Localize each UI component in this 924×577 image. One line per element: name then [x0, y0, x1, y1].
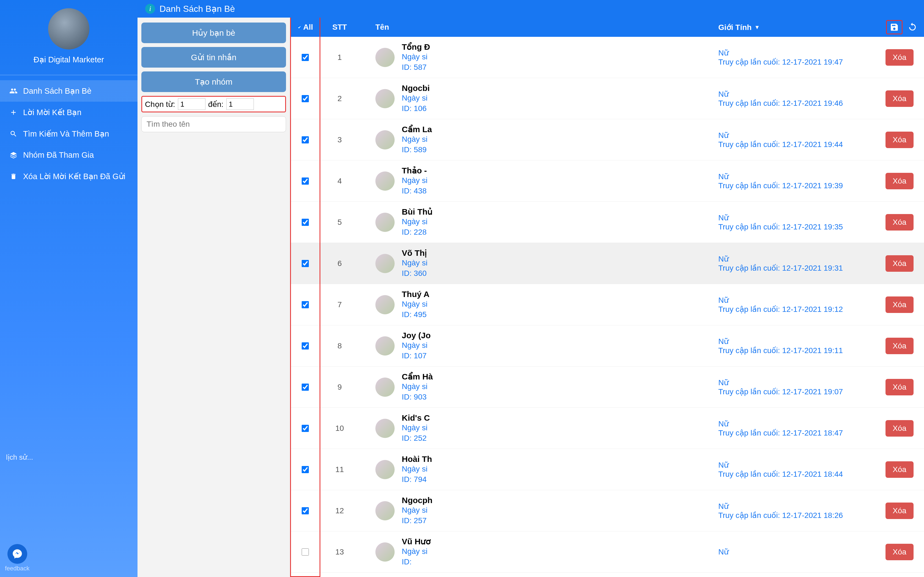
row-checkbox[interactable] — [302, 54, 309, 61]
friend-last-access: Truy cập lần cuối: 12-17-2021 19:31 — [718, 263, 885, 272]
friend-avatar[interactable] — [375, 295, 395, 314]
friend-avatar[interactable] — [375, 48, 395, 67]
delete-button[interactable]: Xóa — [885, 255, 914, 272]
delete-button[interactable]: Xóa — [885, 544, 914, 560]
select-all-checkbox[interactable] — [297, 26, 301, 29]
messenger-icon[interactable] — [7, 544, 27, 564]
feedback-label: feedback — [5, 565, 29, 572]
friend-gender: Nữ — [718, 296, 885, 305]
sidebar-item-label: Tìm Kiếm Và Thêm Bạn — [23, 129, 109, 139]
friend-name[interactable]: Bùi Thủ — [402, 207, 433, 216]
friend-name[interactable]: Thảo - — [402, 166, 427, 175]
friend-last-access: Truy cập lần cuối: 12-17-2021 19:07 — [718, 387, 885, 396]
friend-avatar[interactable] — [375, 419, 395, 438]
header-name[interactable]: Tên — [359, 23, 715, 32]
profile-block: Đại Digital Marketer — [0, 0, 137, 70]
refresh-icon[interactable] — [908, 22, 918, 32]
feedback-block[interactable]: feedback — [5, 544, 29, 572]
friend-name[interactable]: Hoài Th — [402, 455, 432, 464]
friend-gender: Nữ — [718, 48, 885, 57]
friend-dob: Ngày si — [402, 216, 433, 227]
sidebar-item-3[interactable]: Nhóm Đã Tham Gia — [0, 145, 137, 166]
friend-name[interactable]: Cẩm La — [402, 124, 432, 134]
friend-avatar[interactable] — [375, 171, 395, 191]
delete-button[interactable]: Xóa — [885, 379, 914, 395]
search-input[interactable] — [141, 116, 286, 132]
save-icon[interactable] — [886, 20, 903, 34]
friend-avatar[interactable] — [375, 501, 395, 521]
delete-button[interactable]: Xóa — [885, 503, 914, 519]
range-from-input[interactable] — [178, 98, 205, 110]
delete-button[interactable]: Xóa — [885, 420, 914, 437]
send-message-button[interactable]: Gửi tin nhắn — [141, 47, 286, 68]
row-checkbox[interactable] — [302, 425, 309, 432]
delete-button[interactable]: Xóa — [885, 461, 914, 478]
friend-last-access: Truy cập lần cuối: 12-17-2021 19:12 — [718, 305, 885, 314]
row-index: 8 — [320, 342, 359, 350]
friend-name[interactable]: Ngocbi — [402, 84, 430, 93]
row-index: 6 — [320, 259, 359, 268]
friend-dob: Ngày si — [402, 340, 431, 351]
row-checkbox[interactable] — [302, 301, 309, 308]
friend-name[interactable]: Võ Thị — [402, 248, 427, 258]
friend-name[interactable]: Cẩm Hà — [402, 372, 433, 381]
friend-gender: Nữ — [718, 131, 885, 140]
friend-avatar[interactable] — [375, 213, 395, 232]
friend-avatar[interactable] — [375, 89, 395, 108]
row-checkbox[interactable] — [302, 177, 309, 185]
range-to-input[interactable] — [226, 98, 254, 110]
unfriend-button[interactable]: Hủy bạn bè — [141, 23, 286, 43]
row-checkbox[interactable] — [302, 260, 309, 267]
table-row: 11Hoài ThNgày siID: 794NữTruy cập lần cu… — [290, 449, 924, 490]
friend-name[interactable]: Joy (Jo — [402, 331, 431, 340]
friend-name[interactable]: Kid's C — [402, 413, 430, 422]
sidebar-item-2[interactable]: Tìm Kiếm Và Thêm Bạn — [0, 123, 137, 145]
delete-button[interactable]: Xóa — [885, 49, 914, 66]
friend-gender: Nữ — [718, 419, 885, 428]
friend-last-access: Truy cập lần cuối: 12-17-2021 19:47 — [718, 57, 885, 66]
info-icon[interactable]: i — [145, 4, 155, 14]
friend-avatar[interactable] — [375, 254, 395, 273]
row-checkbox[interactable] — [302, 466, 309, 473]
friend-name[interactable]: Ngocph — [402, 496, 433, 505]
select-range-row: Chọn từ: đến: — [141, 96, 286, 112]
friend-name[interactable]: Vũ Hươ — [402, 537, 431, 546]
friend-avatar[interactable] — [375, 336, 395, 356]
delete-button[interactable]: Xóa — [885, 338, 914, 354]
friend-gender: Nữ — [718, 255, 885, 263]
sidebar-item-4[interactable]: Xóa Lời Mời Kết Bạn Đã Gửi — [0, 166, 137, 187]
friend-last-access: Truy cập lần cuối: 12-17-2021 19:35 — [718, 222, 885, 231]
friend-avatar[interactable] — [375, 377, 395, 397]
friend-id: ID: 587 — [402, 62, 430, 73]
trash-icon — [9, 173, 18, 180]
friend-id: ID: 438 — [402, 186, 427, 196]
friend-name[interactable]: Tổng Đ — [402, 42, 430, 52]
friend-id: ID: 589 — [402, 145, 432, 155]
sidebar-item-1[interactable]: Lời Mời Kết Bạn — [0, 102, 137, 123]
friend-avatar[interactable] — [375, 542, 395, 562]
friend-name[interactable]: Thuý A — [402, 290, 430, 299]
sidebar-item-0[interactable]: Danh Sách Bạn Bè — [0, 80, 137, 102]
sidebar-item-label: Lời Mời Kết Bạn — [23, 108, 81, 117]
friend-avatar[interactable] — [375, 460, 395, 479]
row-checkbox[interactable] — [302, 548, 309, 556]
header-gender[interactable]: Giới Tính ▼ — [715, 23, 885, 32]
row-checkbox[interactable] — [302, 342, 309, 350]
table-row: 12NgocphNgày siID: 257NữTruy cập lần cuố… — [290, 490, 924, 531]
header-stt[interactable]: STT — [320, 23, 359, 32]
row-checkbox[interactable] — [302, 219, 309, 226]
delete-button[interactable]: Xóa — [885, 132, 914, 148]
row-checkbox[interactable] — [302, 384, 309, 391]
sidebar-item-label: Danh Sách Bạn Bè — [23, 86, 92, 96]
delete-button[interactable]: Xóa — [885, 173, 914, 189]
delete-button[interactable]: Xóa — [885, 214, 914, 230]
row-checkbox[interactable] — [302, 507, 309, 514]
table-row: 9Cẩm HàNgày siID: 903NữTruy cập lần cuối… — [290, 366, 924, 408]
delete-button[interactable]: Xóa — [885, 90, 914, 107]
create-group-button[interactable]: Tạo nhóm — [141, 71, 286, 92]
history-label[interactable]: lịch sử... — [6, 453, 33, 462]
delete-button[interactable]: Xóa — [885, 297, 914, 313]
row-checkbox[interactable] — [302, 95, 309, 102]
friend-avatar[interactable] — [375, 130, 395, 150]
row-checkbox[interactable] — [302, 136, 309, 143]
